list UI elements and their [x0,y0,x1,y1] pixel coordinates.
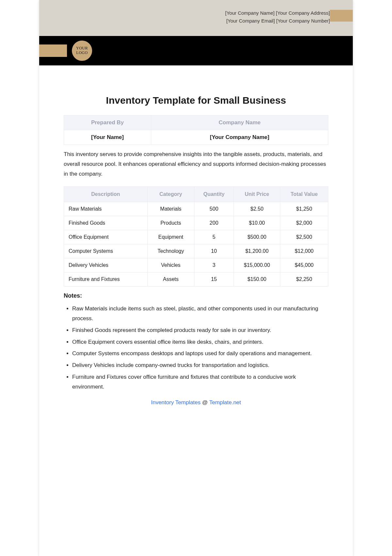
table-cell: Office Equipment [64,230,148,244]
list-item: Furniture and Fixtures cover office furn… [72,372,328,392]
black-banner: YOUR LOGO [39,36,353,65]
table-cell: Products [147,216,194,230]
table-cell: Materials [147,202,194,216]
list-item: Raw Materials include items such as stee… [72,304,328,323]
decor-tab-right [330,10,353,22]
table-cell: $2,000 [280,216,328,230]
meta-value-prepared-by: [Your Name] [64,130,151,145]
list-item: Delivery Vehicles include company-owned … [72,360,328,370]
page-title: Inventory Template for Small Business [64,95,328,106]
meta-header-prepared-by: Prepared By [64,115,151,130]
document-page: [Your Company Name] [Your Company Addres… [39,0,353,556]
company-meta-line-1: [Your Company Name] [Your Company Addres… [39,9,330,17]
table-cell: $15,000.00 [234,258,280,272]
table-cell: $2,250 [280,272,328,287]
table-cell: $45,000 [280,258,328,272]
table-cell: Delivery Vehicles [64,258,148,272]
table-cell: $2.50 [234,202,280,216]
table-cell: 10 [194,244,234,258]
notes-list: Raw Materials include items such as stee… [64,304,328,391]
logo-placeholder: YOUR LOGO [72,41,92,61]
meta-value-company-name: [Your Company Name] [151,130,328,145]
decor-tab-left [39,44,67,57]
table-row: Office EquipmentEquipment5$500.00$2,500 [64,230,328,244]
table-row: Finished GoodsProducts200$10.00$2,000 [64,216,328,230]
footer-at: @ [201,399,209,406]
inventory-header-row: Description Category Quantity Unit Price… [64,187,328,202]
table-cell: 3 [194,258,234,272]
list-item: Office Equipment covers essential office… [72,337,328,347]
col-unit-price: Unit Price [234,187,280,202]
notes-heading: Notes: [64,292,328,299]
table-cell: Vehicles [147,258,194,272]
footer-attribution: Inventory Templates @ Template.net [64,399,328,406]
company-meta-line-2: [Your Company Email] [Your Company Numbe… [39,17,330,25]
list-item: Computer Systems encompass desktops and … [72,349,328,358]
table-cell: Finished Goods [64,216,148,230]
table-cell: $2,500 [280,230,328,244]
table-cell: Furniture and Fixtures [64,272,148,287]
logo-text-2: LOGO [76,51,88,55]
table-row: Furniture and FixturesAssets15$150.00$2,… [64,272,328,287]
footer-link-site[interactable]: Template.net [209,399,241,406]
table-cell: 5 [194,230,234,244]
intro-paragraph: This inventory serves to provide compreh… [64,149,328,179]
header-strip: [Your Company Name] [Your Company Addres… [39,0,353,36]
content-area: Inventory Template for Small Business Pr… [39,65,353,419]
table-row: Computer SystemsTechnology10$1,200.00$12… [64,244,328,258]
table-cell: Equipment [147,230,194,244]
table-row: Raw MaterialsMaterials500$2.50$1,250 [64,202,328,216]
table-cell: Assets [147,272,194,287]
table-cell: Technology [147,244,194,258]
footer-link-templates[interactable]: Inventory Templates [151,399,201,406]
table-cell: 500 [194,202,234,216]
table-cell: Raw Materials [64,202,148,216]
col-total-value: Total Value [280,187,328,202]
table-row: Delivery VehiclesVehicles3$15,000.00$45,… [64,258,328,272]
table-cell: $500.00 [234,230,280,244]
table-cell: 15 [194,272,234,287]
table-cell: 200 [194,216,234,230]
inventory-table: Description Category Quantity Unit Price… [64,186,328,287]
logo-text-1: YOUR [76,46,88,51]
table-cell: $1,250 [280,202,328,216]
table-cell: $1,200.00 [234,244,280,258]
table-cell: Computer Systems [64,244,148,258]
list-item: Finished Goods represent the completed p… [72,325,328,335]
meta-header-company-name: Company Name [151,115,328,130]
table-cell: $12,000 [280,244,328,258]
col-category: Category [147,187,194,202]
col-description: Description [64,187,148,202]
col-quantity: Quantity [194,187,234,202]
table-cell: $150.00 [234,272,280,287]
meta-table: Prepared By Company Name [Your Name] [Yo… [64,115,328,145]
table-cell: $10.00 [234,216,280,230]
